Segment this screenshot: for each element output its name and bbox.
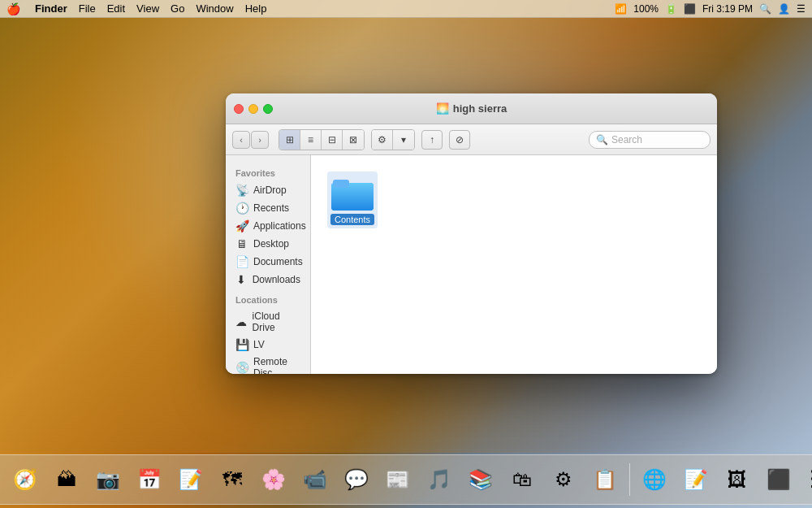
toolbar: ‹ › ⊞ ≡ ⊟ ⊠ ⚙ ▾ ↑ ⊘ 🔍 Search [226,124,717,155]
minimize-button[interactable] [248,104,258,114]
nav-buttons: ‹ › [232,131,269,149]
menubar: 🍎 high sierra Finder File Edit View Go W… [0,0,812,18]
window-title-icon: 🌅 [436,102,449,115]
dock-item-settings[interactable]: ⚙ [544,460,583,499]
close-button[interactable] [234,104,244,114]
apple-menu[interactable]: 🍎 [6,2,20,15]
dock-item-chrome[interactable]: 🌐 [635,460,674,499]
menu-view[interactable]: View [136,2,159,15]
sidebar: Favorites 📡 AirDrop 🕐 Recents 🚀 Applicat… [226,155,311,374]
dock-item-siri[interactable]: 🎤 [0,460,3,499]
dock-item-stickies[interactable]: 📝 [171,460,210,499]
airdrop-icon: 📡 [235,184,248,197]
downloads-icon: ⬇ [235,273,248,286]
traffic-lights [234,104,273,114]
documents-icon: 📄 [235,255,248,268]
search-icon: 🔍 [596,134,608,145]
file-label-contents: Contents [330,214,374,225]
datetime: Fri 3:19 PM [702,3,753,15]
sidebar-item-airdrop[interactable]: 📡 AirDrop [226,181,310,199]
icon-view-button[interactable]: ⊞ [279,130,300,150]
content-area: Favorites 📡 AirDrop 🕐 Recents 🚀 Applicat… [226,155,717,374]
list-view-button[interactable]: ≡ [300,130,322,150]
edit-tags-button[interactable]: ⊘ [449,130,470,150]
sidebar-item-desktop[interactable]: 🖥 Desktop [226,235,310,253]
dock-item-facetime[interactable]: 📹 [296,460,335,499]
dock-item-photos3[interactable]: 🖼 [801,460,812,499]
file-item-contents[interactable]: Contents [327,172,378,228]
notification-icon[interactable]: ☰ [797,3,806,15]
dock: 🗂 🎤 🧭 🏔 📷 📅 📝 🗺 🌸 📹 💬 📰 🎵 📚 🛍 ⚙ 📋 🌐 📝 🖼 … [0,454,812,505]
menu-go[interactable]: Go [171,2,184,15]
title-bar: 🌅 high sierra [226,93,717,124]
menu-extras-icon: ⬛ [684,3,696,15]
column-view-button[interactable]: ⊟ [322,130,343,150]
arrange-dropdown-button[interactable]: ▾ [393,130,414,150]
dock-item-safari[interactable]: 🧭 [6,460,45,499]
dock-item-news[interactable]: 📰 [378,460,417,499]
sidebar-label-desktop: Desktop [253,238,289,250]
battery-icon: 🔋 [665,3,677,15]
arrange-group: ⚙ ▾ [371,129,415,150]
menu-app-name[interactable]: Finder [35,2,67,15]
dock-separator [629,463,630,496]
remote-disc-icon: 💿 [235,361,248,374]
menu-help[interactable]: Help [245,2,267,15]
favorites-title: Favorites [226,162,310,181]
wifi-icon: 📶 [615,3,627,15]
menu-file[interactable]: File [79,2,96,15]
dock-item-notes[interactable]: 📋 [585,460,624,499]
sidebar-label-icloud: iCloud Drive [253,310,300,333]
dock-item-messages[interactable]: 💬 [337,460,376,499]
user-icon[interactable]: 👤 [778,3,790,15]
sidebar-label-remote-disc: Remote Disc [253,356,300,374]
svg-rect-2 [333,180,349,188]
sidebar-label-applications: Applications [253,220,306,232]
menu-edit[interactable]: Edit [107,2,125,15]
search-box[interactable]: 🔍 Search [589,131,710,149]
window-title-area: 🌅 high sierra [436,102,507,115]
sidebar-label-airdrop: AirDrop [253,185,287,196]
applications-icon: 🚀 [235,219,248,232]
dock-item-maps[interactable]: 🗺 [213,460,252,499]
sidebar-item-applications[interactable]: 🚀 Applications [226,217,310,235]
sidebar-item-icloud[interactable]: ☁ iCloud Drive [226,308,310,336]
dock-item-terminal[interactable]: ⬛ [759,460,798,499]
menubar-right: 📶 100% 🔋 ⬛ Fri 3:19 PM 🔍 👤 ☰ [615,3,806,15]
dock-item-books[interactable]: 📚 [461,460,500,499]
dock-item-word[interactable]: 📝 [676,460,715,499]
folder-icon [331,175,374,211]
search-placeholder: Search [611,134,642,145]
recents-icon: 🕐 [235,202,248,215]
dock-item-photo1[interactable]: 🏔 [47,460,86,499]
sidebar-item-remote-disc[interactable]: 💿 Remote Disc [226,354,310,374]
menu-window[interactable]: Window [196,2,233,15]
zoom-button[interactable] [263,104,273,114]
sidebar-item-documents[interactable]: 📄 Documents [226,253,310,271]
dock-item-music[interactable]: 🎵 [420,460,459,499]
menubar-left: 🍎 high sierra Finder File Edit View Go W… [6,2,615,15]
desktop-icon: 🖥 [235,237,248,250]
share-button[interactable]: ↑ [421,130,443,150]
dock-item-preview[interactable]: 🖼 [718,460,757,499]
file-area: Contents [311,155,717,374]
sidebar-item-downloads[interactable]: ⬇ Downloads [226,271,310,289]
cover-view-button[interactable]: ⊠ [343,130,364,150]
finder-window: 🌅 high sierra ‹ › ⊞ ≡ ⊟ ⊠ ⚙ ▾ ↑ ⊘ [226,93,717,374]
dock-item-appstore[interactable]: 🛍 [503,460,542,499]
sidebar-label-documents: Documents [253,256,303,267]
lv-icon: 💾 [235,338,248,351]
sidebar-item-recents[interactable]: 🕐 Recents [226,199,310,217]
forward-button[interactable]: › [251,131,269,149]
battery-percent: 100% [633,3,659,15]
dock-item-calendar[interactable]: 📅 [130,460,169,499]
locations-title: Locations [226,289,310,308]
dock-item-iphoto[interactable]: 📷 [89,460,127,499]
dock-item-photos2[interactable]: 🌸 [254,460,293,499]
arrange-button[interactable]: ⚙ [372,130,393,150]
spotlight-icon[interactable]: 🔍 [759,3,771,15]
back-button[interactable]: ‹ [232,131,250,149]
icloud-icon: ☁ [235,315,248,328]
sidebar-item-lv[interactable]: 💾 LV [226,336,310,354]
sidebar-label-lv: LV [253,339,265,350]
